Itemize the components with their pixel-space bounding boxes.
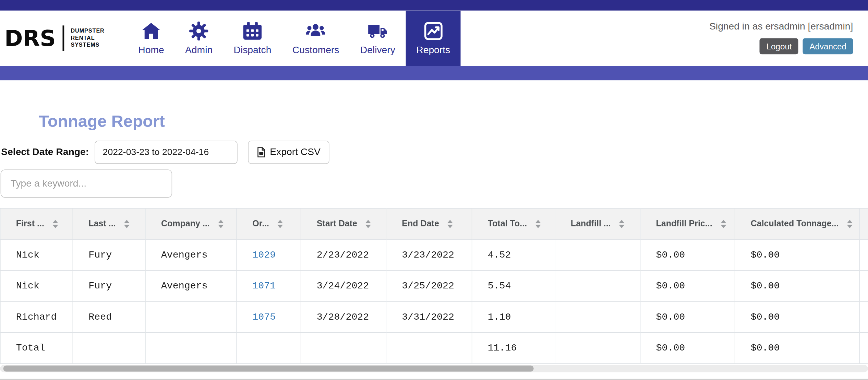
cell-end_date bbox=[386, 332, 472, 363]
column-label: First ... bbox=[16, 219, 44, 229]
account-area: Signed in as ersadmin [ersadmin] Logout … bbox=[709, 11, 853, 66]
nav-item-label: Delivery bbox=[360, 44, 395, 56]
scrollbar-thumb[interactable] bbox=[3, 365, 534, 371]
nav-item-home[interactable]: Home bbox=[128, 11, 175, 66]
column-header-first_name[interactable]: First ... bbox=[0, 208, 73, 239]
column-header-spacer bbox=[859, 208, 868, 239]
sort-icon[interactable] bbox=[365, 219, 371, 228]
date-controls-row: Select Date Range: Export CSV bbox=[0, 140, 868, 164]
brand-tagline: DUMPSTER RENTAL SYSTEMS bbox=[71, 28, 104, 49]
cell-total_tonnage: 5.54 bbox=[472, 270, 555, 301]
cell-spacer bbox=[859, 270, 868, 301]
bottom-divider bbox=[0, 379, 868, 380]
column-header-end_date[interactable]: End Date bbox=[386, 208, 472, 239]
advanced-button[interactable]: Advanced bbox=[803, 38, 853, 54]
horizontal-scrollbar[interactable] bbox=[0, 365, 868, 372]
cell-spacer bbox=[859, 301, 868, 332]
cell-calculated_tonnage: $0.00 bbox=[735, 239, 859, 270]
cell-start_date bbox=[301, 332, 386, 363]
table-header-row: First ...Last ...Company ...Or...Start D… bbox=[0, 208, 868, 239]
cell-end_date: 3/23/2022 bbox=[386, 239, 472, 270]
nav-item-customers[interactable]: Customers bbox=[282, 11, 350, 66]
cell-calculated_tonnage: $0.00 bbox=[735, 332, 859, 363]
nav-item-reports[interactable]: Reports bbox=[406, 11, 461, 66]
nav-item-dispatch[interactable]: Dispatch bbox=[223, 11, 282, 66]
cell-company bbox=[145, 301, 237, 332]
nav-item-admin[interactable]: Admin bbox=[174, 11, 223, 66]
column-header-last_name[interactable]: Last ... bbox=[73, 208, 145, 239]
sort-icon[interactable] bbox=[218, 219, 224, 228]
cell-order bbox=[237, 332, 301, 363]
tonnage-table-wrap: First ...Last ...Company ...Or...Start D… bbox=[0, 208, 868, 364]
nav-item-label: Reports bbox=[416, 44, 450, 56]
nav-item-delivery[interactable]: Delivery bbox=[350, 11, 406, 66]
sort-icon[interactable] bbox=[721, 219, 726, 228]
column-header-company[interactable]: Company ... bbox=[145, 208, 237, 239]
column-header-calculated_tonnage[interactable]: Calculated Tonnage... bbox=[735, 208, 859, 239]
account-buttons: Logout Advanced bbox=[760, 38, 853, 54]
sort-icon[interactable] bbox=[277, 219, 283, 228]
column-label: Start Date bbox=[317, 219, 357, 229]
truck-icon bbox=[368, 21, 388, 41]
cell-first_name: Total bbox=[0, 332, 73, 363]
cell-landfill bbox=[555, 301, 640, 332]
signed-in-text: Signed in as ersadmin [ersadmin] bbox=[709, 21, 853, 32]
cell-landfill_price: $0.00 bbox=[640, 301, 735, 332]
sort-icon[interactable] bbox=[124, 219, 130, 228]
column-label: Company ... bbox=[161, 219, 210, 229]
main-content: Tonnage Report Select Date Range: Export… bbox=[0, 112, 868, 372]
cell-company bbox=[145, 332, 237, 363]
cell-order: 1071 bbox=[237, 270, 301, 301]
column-label: Last ... bbox=[88, 219, 116, 229]
nav-item-label: Home bbox=[138, 44, 164, 56]
column-header-landfill_price[interactable]: Landfill Pric... bbox=[640, 208, 735, 239]
keyword-search-input[interactable] bbox=[1, 169, 172, 197]
cell-end_date: 3/25/2022 bbox=[386, 270, 472, 301]
cell-end_date: 3/31/2022 bbox=[386, 301, 472, 332]
brand-tagline-line: RENTAL bbox=[71, 35, 104, 41]
page-title: Tonnage Report bbox=[39, 112, 868, 131]
order-link[interactable]: 1029 bbox=[252, 249, 276, 260]
table-row: NickFuryAvengers10713/24/20223/25/20225.… bbox=[0, 270, 868, 301]
column-header-total_tonnage[interactable]: Total To... bbox=[472, 208, 555, 239]
cell-last_name bbox=[73, 332, 145, 363]
brand-logo[interactable]: DRS DUMPSTER RENTAL SYSTEMS bbox=[4, 11, 105, 66]
cell-spacer bbox=[859, 239, 868, 270]
cell-total_tonnage: 4.52 bbox=[472, 239, 555, 270]
column-header-order[interactable]: Or... bbox=[237, 208, 301, 239]
table-row: NickFuryAvengers10292/23/20223/23/20224.… bbox=[0, 239, 868, 270]
sort-icon[interactable] bbox=[619, 219, 625, 228]
cell-last_name: Fury bbox=[73, 239, 145, 270]
column-label: Or... bbox=[252, 219, 269, 229]
brand-tagline-line: SYSTEMS bbox=[71, 42, 104, 49]
column-header-start_date[interactable]: Start Date bbox=[301, 208, 386, 239]
sort-icon[interactable] bbox=[52, 219, 58, 228]
cell-company: Avengers bbox=[145, 270, 237, 301]
cell-start_date: 2/23/2022 bbox=[301, 239, 386, 270]
export-csv-label: Export CSV bbox=[270, 146, 321, 158]
cell-landfill_price: $0.00 bbox=[640, 239, 735, 270]
export-csv-button[interactable]: Export CSV bbox=[248, 140, 329, 164]
sort-icon[interactable] bbox=[847, 219, 853, 228]
order-link[interactable]: 1075 bbox=[252, 311, 276, 322]
order-link[interactable]: 1071 bbox=[252, 280, 276, 291]
cell-start_date: 3/28/2022 bbox=[301, 301, 386, 332]
sort-icon[interactable] bbox=[535, 219, 541, 228]
tonnage-table: First ...Last ...Company ...Or...Start D… bbox=[0, 208, 868, 364]
sort-icon[interactable] bbox=[447, 219, 453, 228]
cell-landfill bbox=[555, 270, 640, 301]
cell-first_name: Nick bbox=[0, 270, 73, 301]
date-range-input[interactable] bbox=[94, 140, 237, 164]
cell-landfill bbox=[555, 332, 640, 363]
column-header-landfill[interactable]: Landfill ... bbox=[555, 208, 640, 239]
logout-button[interactable]: Logout bbox=[760, 38, 798, 54]
app-root: DRS DUMPSTER RENTAL SYSTEMS HomeAdminDis… bbox=[0, 0, 868, 380]
cell-landfill_price: $0.00 bbox=[640, 332, 735, 363]
brand-name: DRS bbox=[4, 25, 56, 51]
csv-file-icon bbox=[257, 146, 266, 157]
cell-start_date: 3/24/2022 bbox=[301, 270, 386, 301]
cell-company: Avengers bbox=[145, 239, 237, 270]
cell-order: 1029 bbox=[237, 239, 301, 270]
cell-first_name: Nick bbox=[0, 239, 73, 270]
cell-total_tonnage: 11.16 bbox=[472, 332, 555, 363]
